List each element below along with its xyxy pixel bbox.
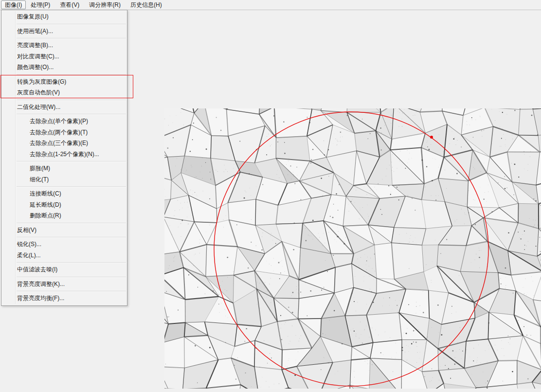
- menu-item[interactable]: 中值滤波去噪(I): [1, 264, 127, 275]
- menu-separator: [17, 100, 126, 100]
- menu-separator: [17, 291, 126, 291]
- menubar-item-3[interactable]: 查看(V): [55, 0, 84, 9]
- menu-item[interactable]: 延长断线(D): [1, 199, 127, 211]
- menu-item[interactable]: 去除杂点(三个像素)(E): [1, 138, 127, 149]
- menu-item[interactable]: 使用画笔(A)...: [1, 26, 127, 37]
- menubar-item-2[interactable]: 处理(P): [26, 0, 55, 9]
- menubar-item-4[interactable]: 调分辨率(R): [84, 0, 126, 9]
- menu-separator: [17, 24, 126, 24]
- image-menu-dropdown: 图像复原(U)使用画笔(A)...亮度调整(B)...对比度调整(C)...颜色…: [1, 10, 127, 306]
- menu-separator: [17, 114, 126, 114]
- menu-item[interactable]: 背景亮度均衡(F)...: [1, 293, 127, 304]
- menu-bar: 图像(I)处理(P)查看(V)调分辨率(R)历史信息(H): [0, 0, 541, 10]
- micrograph-image[interactable]: [164, 108, 541, 389]
- menu-separator: [17, 262, 126, 263]
- menu-item[interactable]: 膨胀(M): [1, 163, 127, 174]
- menu-item[interactable]: 背景亮度调整(K)...: [1, 279, 127, 290]
- menu-separator: [17, 186, 126, 187]
- menu-item[interactable]: 图像复原(U): [1, 11, 127, 22]
- menu-item[interactable]: 柔化(L)...: [1, 250, 127, 261]
- menu-separator: [17, 38, 126, 38]
- menu-item[interactable]: 连接断线(C): [1, 188, 127, 199]
- menubar-item-1[interactable]: 图像(I): [1, 0, 26, 9]
- menu-item[interactable]: 删除断点(R): [1, 210, 127, 221]
- menu-item[interactable]: 灰度自动色阶(V): [1, 87, 127, 98]
- menu-item[interactable]: 去除杂点(1-25个像素)(N)...: [1, 149, 127, 160]
- menu-item[interactable]: 颜色调整(O)...: [1, 62, 127, 73]
- menu-item[interactable]: 锐化(S)...: [1, 239, 127, 250]
- menu-item[interactable]: 转换为灰度图像(G): [1, 76, 127, 88]
- menu-item[interactable]: 反相(V): [1, 225, 127, 236]
- menubar-item-5[interactable]: 历史信息(H): [126, 0, 167, 9]
- menu-separator: [17, 277, 126, 277]
- app-window: 图像(I)处理(P)查看(V)调分辨率(R)历史信息(H) 图像复原(U)使用画…: [0, 0, 541, 392]
- menu-item[interactable]: 细化(T): [1, 174, 127, 185]
- menu-separator: [17, 237, 126, 237]
- image-menu-dropdown-items: 图像复原(U)使用画笔(A)...亮度调整(B)...对比度调整(C)...颜色…: [1, 11, 127, 304]
- menu-item[interactable]: 二值化处理(W)...: [1, 102, 127, 113]
- menu-item[interactable]: 去除杂点(单个像素)(P): [1, 116, 127, 127]
- menu-item[interactable]: 去除杂点(两个像素)(T): [1, 127, 127, 138]
- menu-separator: [17, 74, 126, 75]
- menu-item[interactable]: 亮度调整(B)...: [1, 40, 127, 51]
- menu-separator: [17, 223, 126, 223]
- menu-item[interactable]: 对比度调整(C)...: [1, 51, 127, 62]
- menu-separator: [17, 161, 126, 161]
